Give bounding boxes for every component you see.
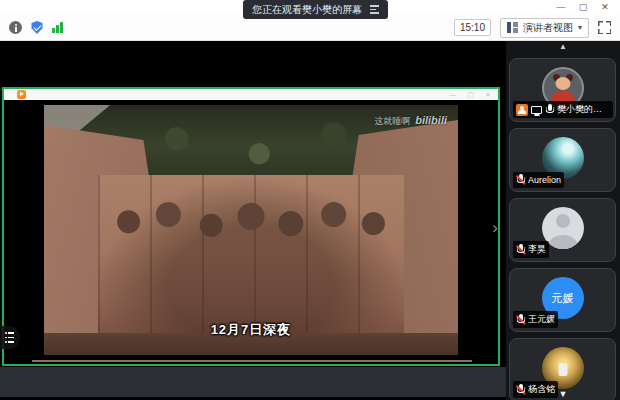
participant-name: 李昊	[528, 243, 546, 256]
fullscreen-icon[interactable]	[598, 21, 611, 34]
view-button-label: 演讲者视图	[523, 21, 573, 35]
participants-sidebar: ▲ 樊小樊的屏幕... Aurelion	[506, 41, 620, 400]
speaker-view-button[interactable]: 演讲者视图 ▾	[500, 18, 589, 38]
participant-tile[interactable]: Aurelion	[509, 128, 616, 192]
minimize-icon[interactable]: —	[550, 0, 572, 14]
window-controls: — ▢ ✕	[550, 0, 616, 14]
playlist-icon	[5, 332, 14, 342]
participant-label: 李昊	[513, 241, 549, 258]
shared-screen-content: 这就睡啊 bilibili 12月7日深夜	[4, 100, 498, 364]
shared-window-controls: — ▢ ✕	[450, 89, 492, 100]
network-signal-icon[interactable]	[52, 22, 63, 33]
close-icon[interactable]: ✕	[594, 0, 616, 14]
mic-on-icon	[545, 104, 554, 116]
participant-tile-sharer[interactable]: 樊小樊的屏幕...	[509, 58, 616, 122]
bilibili-logo: bilibili	[415, 114, 447, 126]
mic-muted-icon	[516, 314, 525, 326]
presenter-badge-icon	[516, 104, 528, 116]
meeting-timer: 15:10	[454, 19, 491, 36]
scroll-up-icon[interactable]: ▲	[506, 42, 620, 51]
maximize-icon[interactable]: ▢	[572, 0, 594, 14]
mic-muted-icon	[516, 244, 525, 256]
participant-name: Aurelion	[528, 175, 561, 185]
meeting-app-window: — ▢ ✕ 您正在观看樊小樊的屏幕 15:10 演讲者视图 ▾	[0, 0, 620, 400]
participant-name: 王元媛	[528, 313, 555, 326]
layout-icon	[507, 22, 518, 33]
main-stage: — ▢ ✕ 这就睡啊 bilibili 12月7日深	[0, 41, 506, 400]
participant-label: Aurelion	[513, 172, 564, 188]
shared-close-icon: ✕	[485, 89, 491, 100]
shared-app-titlebar: — ▢ ✕	[4, 89, 498, 100]
screen-share-icon	[531, 106, 542, 114]
stage-bottom-strip	[0, 367, 506, 397]
video-subtitle: 12月7日深夜	[44, 321, 458, 339]
participant-label: 樊小樊的屏幕...	[513, 101, 613, 118]
mic-muted-icon	[516, 174, 525, 186]
video-player: 这就睡啊 bilibili 12月7日深夜	[44, 105, 458, 355]
toolbar-status-icons	[9, 21, 63, 34]
security-shield-icon[interactable]	[31, 21, 43, 34]
participant-name: 樊小樊的屏幕...	[557, 103, 610, 116]
video-watermark: 这就睡啊 bilibili	[374, 114, 447, 128]
participant-label: 王元媛	[513, 311, 558, 328]
banner-menu-icon[interactable]	[370, 5, 379, 14]
shared-minimize-icon: —	[450, 89, 457, 100]
watching-screen-banner: 您正在观看樊小樊的屏幕	[243, 0, 388, 19]
toolbar-right-controls: 15:10 演讲者视图 ▾	[454, 18, 611, 37]
meeting-info-icon[interactable]	[9, 21, 22, 34]
bilibili-favicon-icon	[17, 90, 26, 99]
video-progress-bar	[32, 360, 472, 362]
scroll-down-icon[interactable]: ▼	[506, 389, 620, 399]
watermark-text: 这就睡啊	[374, 115, 410, 128]
participant-tile[interactable]: 李昊	[509, 198, 616, 262]
banner-text: 您正在观看樊小樊的屏幕	[252, 3, 362, 17]
shared-maximize-icon: ▢	[468, 89, 475, 100]
avatar-initials: 元媛	[552, 291, 574, 306]
participant-tile[interactable]: 元媛 王元媛	[509, 268, 616, 332]
sidebar-collapse-chevron-icon[interactable]: ›	[492, 219, 498, 236]
chevron-down-icon: ▾	[578, 23, 582, 32]
shared-screen-frame: — ▢ ✕ 这就睡啊 bilibili 12月7日深	[2, 87, 500, 366]
